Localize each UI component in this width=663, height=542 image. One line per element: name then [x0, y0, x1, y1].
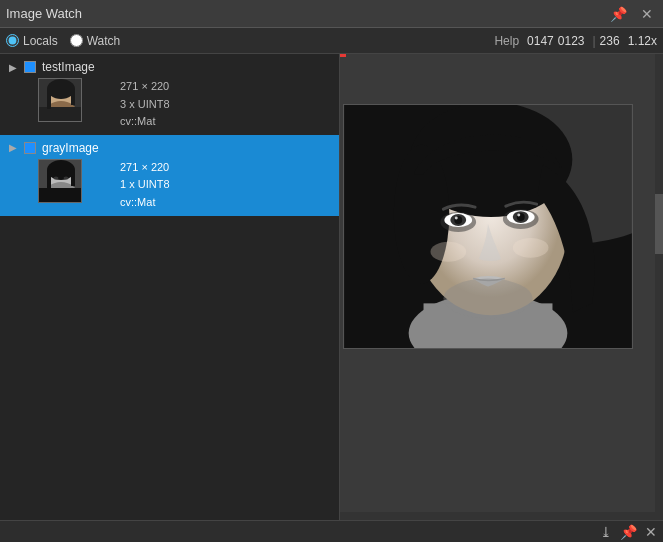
svg-rect-6 — [71, 89, 75, 105]
thumb-svg-testimage — [39, 79, 82, 122]
pixel-value: 236 — [600, 34, 620, 48]
var-mat-grayimage: cv::Mat — [120, 194, 170, 212]
svg-point-34 — [513, 238, 549, 258]
coord-info: 0147 0123 | 236 — [527, 34, 620, 48]
var-header-grayimage[interactable]: ▶ grayImage — [8, 139, 339, 157]
locals-radio[interactable] — [6, 34, 19, 47]
pin-button[interactable]: 📌 — [606, 4, 631, 24]
thumb-svg-grayimage — [39, 160, 82, 203]
expand-icon-testimage[interactable]: ▶ — [8, 62, 18, 73]
image-panel[interactable] — [340, 54, 663, 520]
close-button[interactable]: ✕ — [637, 4, 657, 24]
var-mat-testimage: cv::Mat — [120, 113, 170, 131]
status-icon-pin[interactable]: 📌 — [620, 524, 637, 540]
svg-point-33 — [430, 242, 466, 262]
main-content: ▶ testImage — [0, 54, 663, 520]
watch-label: Watch — [87, 34, 121, 48]
svg-point-11 — [47, 160, 75, 180]
red-indicator — [340, 54, 346, 57]
scrollbar-right[interactable] — [655, 54, 663, 520]
variable-panel: ▶ testImage — [0, 54, 340, 520]
var-details-grayimage: 271 × 220 1 x UINT8 cv::Mat — [120, 159, 170, 212]
svg-point-35 — [443, 279, 532, 319]
coord-separator: | — [592, 34, 595, 48]
locals-label: Locals — [23, 34, 58, 48]
var-size-testimage: 271 × 220 — [120, 78, 170, 96]
var-body-testimage: 271 × 220 3 x UINT8 cv::Mat — [38, 78, 339, 131]
var-item-grayimage[interactable]: ▶ grayImage — [0, 135, 339, 216]
svg-rect-5 — [47, 89, 51, 109]
coord-y: 0123 — [558, 34, 585, 48]
svg-point-28 — [455, 217, 458, 220]
help-link[interactable]: Help — [494, 34, 519, 48]
svg-rect-3 — [39, 107, 82, 122]
expand-icon-grayimage[interactable]: ▶ — [8, 142, 18, 153]
thumb-testimage — [38, 78, 82, 122]
thumb-grayimage — [38, 159, 82, 203]
watch-radio[interactable] — [70, 34, 83, 47]
svg-rect-12 — [47, 170, 51, 190]
status-icon-close[interactable]: ✕ — [645, 524, 657, 540]
zoom-level: 1.12x — [628, 34, 657, 48]
color-box-testimage — [24, 61, 36, 73]
var-name-grayimage: grayImage — [42, 141, 99, 155]
var-type-grayimage: 1 x UINT8 — [120, 176, 170, 194]
main-image-display — [343, 104, 633, 349]
coord-x: 0147 — [527, 34, 554, 48]
locals-radio-label[interactable]: Locals — [6, 34, 58, 48]
svg-point-15 — [64, 176, 69, 179]
svg-point-32 — [517, 214, 520, 217]
title-bar: Image Watch 📌 ✕ — [0, 0, 663, 28]
svg-point-14 — [54, 176, 59, 179]
status-icon-download[interactable]: ⤓ — [600, 524, 612, 540]
view-mode-group: Locals Watch — [6, 34, 494, 48]
var-name-testimage: testImage — [42, 60, 95, 74]
scroll-thumb-right[interactable] — [655, 194, 663, 254]
app-title: Image Watch — [6, 6, 600, 21]
svg-rect-10 — [39, 188, 82, 203]
var-header-testimage[interactable]: ▶ testImage — [8, 58, 339, 76]
var-details-testimage: 271 × 220 3 x UINT8 cv::Mat — [120, 78, 170, 131]
status-bar: ⤓ 📌 ✕ — [0, 520, 663, 542]
svg-point-4 — [47, 79, 75, 99]
watch-radio-label[interactable]: Watch — [70, 34, 121, 48]
var-body-grayimage: 271 × 220 1 x UINT8 cv::Mat — [38, 159, 339, 212]
svg-rect-13 — [71, 170, 75, 186]
var-type-testimage: 3 x UINT8 — [120, 96, 170, 114]
controls-bar: Locals Watch Help 0147 0123 | 236 1.12x — [0, 28, 663, 54]
scrollbar-bottom[interactable] — [340, 512, 655, 520]
var-size-grayimage: 271 × 220 — [120, 159, 170, 177]
var-item-testimage[interactable]: ▶ testImage — [0, 54, 339, 135]
color-box-grayimage — [24, 142, 36, 154]
